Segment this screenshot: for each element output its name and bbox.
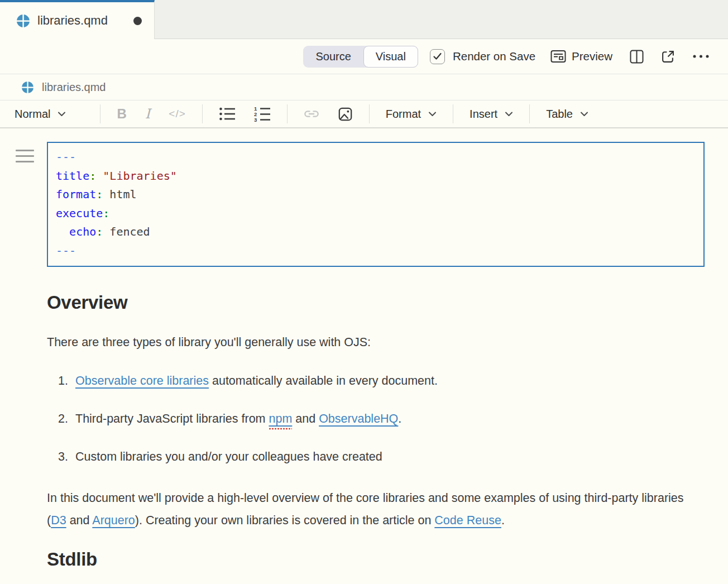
tab-bar: libraries.qmd — [0, 0, 728, 39]
open-external-button[interactable] — [661, 50, 675, 64]
text-segment: --- — [56, 150, 76, 164]
breadcrumb: libraries.qmd — [0, 74, 728, 100]
link[interactable]: Code Reuse — [434, 514, 501, 527]
link[interactable]: Arquero — [92, 514, 135, 527]
render-on-save-control[interactable]: Render on Save — [430, 49, 535, 64]
tab-title: libraries.qmd — [37, 13, 126, 28]
text-segment: . — [398, 412, 401, 425]
split-pane-icon — [630, 50, 644, 64]
toolbar-divider — [100, 104, 100, 123]
yaml-line: format: html — [56, 185, 696, 204]
toolbar-divider — [202, 104, 203, 123]
tab-bar-empty-area — [155, 0, 728, 39]
unsaved-indicator-dot — [133, 17, 142, 25]
preview-button[interactable]: Preview — [550, 50, 612, 63]
list-item-text: Custom libraries you and/or your colleag… — [75, 449, 382, 465]
link[interactable]: npm — [269, 412, 292, 430]
text-segment: : — [89, 169, 96, 183]
intro-paragraph: There are three types of library you'll … — [47, 334, 705, 351]
text-segment: title — [56, 169, 89, 183]
source-visual-toggle: Source Visual — [303, 46, 418, 68]
more-options-button[interactable] — [692, 54, 710, 59]
format-menu[interactable]: Format — [386, 108, 437, 121]
list-item-text: Observable core libraries automatically … — [75, 373, 438, 389]
source-mode-button[interactable]: Source — [303, 46, 363, 68]
text-segment — [96, 169, 103, 183]
bullet-list-icon — [219, 107, 236, 121]
link[interactable]: ObservableHQ — [319, 412, 398, 425]
code-icon: </> — [169, 108, 185, 120]
checkmark-icon — [433, 52, 442, 60]
list-item: 2. Third-party JavaScript libraries from… — [58, 411, 705, 427]
quarto-icon — [21, 81, 34, 94]
split-editor-button[interactable] — [630, 50, 644, 64]
toolbar-divider — [369, 104, 370, 123]
svg-text:3: 3 — [254, 117, 257, 122]
toolbar-divider — [453, 104, 453, 123]
italic-icon: I — [145, 106, 150, 122]
paragraph-style-label: Normal — [15, 108, 50, 121]
library-types-list: 1. Observable core libraries automatical… — [47, 373, 705, 465]
heading-stdlib: Stdlib — [47, 548, 705, 571]
breadcrumb-filename[interactable]: libraries.qmd — [42, 81, 106, 94]
chevron-down-icon — [428, 111, 437, 117]
text-segment: : — [103, 207, 109, 220]
heading-overview: Overview — [47, 291, 705, 314]
text-segment: automatically available in every documen… — [209, 374, 438, 387]
insert-image-button[interactable] — [338, 107, 353, 122]
editor-canvas[interactable]: --- title: "Libraries" format: html exec… — [0, 128, 728, 571]
yaml-line: --- — [56, 148, 696, 167]
text-segment: : — [96, 225, 103, 238]
numbered-list-button[interactable]: 1 2 3 — [254, 106, 271, 122]
text-segment: : — [96, 188, 103, 201]
text-segment: fenced — [103, 225, 150, 238]
text-segment: echo — [69, 225, 96, 238]
table-menu[interactable]: Table — [546, 108, 588, 121]
insert-menu-label: Insert — [470, 108, 497, 121]
bullet-list-button[interactable] — [219, 107, 236, 121]
list-item: 3. Custom libraries you and/or your coll… — [58, 449, 705, 465]
link-icon — [304, 106, 319, 122]
text-segment: ). Creating your own libraries is covere… — [135, 514, 435, 527]
numbered-list-icon: 1 2 3 — [254, 106, 271, 122]
external-link-icon — [661, 50, 675, 64]
editor-toolbar: Source Visual Render on Save Preview — [0, 39, 728, 74]
tab-libraries-qmd[interactable]: libraries.qmd — [0, 0, 155, 39]
table-menu-label: Table — [546, 108, 573, 121]
yaml-front-matter-block[interactable]: --- title: "Libraries" format: html exec… — [47, 142, 705, 267]
chevron-down-icon — [58, 111, 66, 117]
inline-code-button[interactable]: </> — [169, 108, 185, 120]
yaml-line: echo: fenced — [56, 223, 696, 242]
italic-button[interactable]: I — [145, 106, 150, 122]
render-on-save-checkbox[interactable] — [430, 49, 445, 64]
text-segment: and — [292, 412, 319, 425]
text-segment: Third-party JavaScript libraries from — [75, 412, 269, 425]
text-segment: "Libraries" — [103, 169, 176, 183]
list-marker: 2. — [58, 411, 75, 427]
bold-button[interactable]: B — [117, 106, 126, 122]
text-segment: . — [501, 514, 505, 527]
text-segment: html — [103, 188, 136, 201]
paragraph-style-dropdown[interactable]: Normal — [15, 108, 66, 121]
format-menu-label: Format — [386, 108, 421, 121]
insert-link-button[interactable] — [304, 106, 319, 122]
text-segment — [56, 225, 69, 238]
preview-label: Preview — [572, 50, 612, 63]
visual-mode-button[interactable]: Visual — [363, 46, 418, 68]
insert-menu[interactable]: Insert — [470, 108, 513, 121]
bold-icon: B — [117, 106, 126, 122]
list-item: 1. Observable core libraries automatical… — [58, 373, 705, 389]
link[interactable]: D3 — [51, 514, 66, 527]
closing-paragraph: In this document we'll provide a high-le… — [47, 487, 688, 532]
render-on-save-label: Render on Save — [453, 50, 535, 63]
text-segment: --- — [56, 244, 76, 257]
image-icon — [338, 107, 353, 122]
block-drag-handle[interactable] — [16, 150, 34, 166]
text-segment: and — [66, 514, 93, 527]
ellipsis-icon — [692, 54, 710, 59]
list-marker: 1. — [58, 373, 75, 389]
preview-icon — [550, 50, 566, 63]
link[interactable]: Observable core libraries — [75, 374, 209, 387]
text-segment: execute — [56, 207, 103, 220]
chevron-down-icon — [580, 111, 588, 117]
